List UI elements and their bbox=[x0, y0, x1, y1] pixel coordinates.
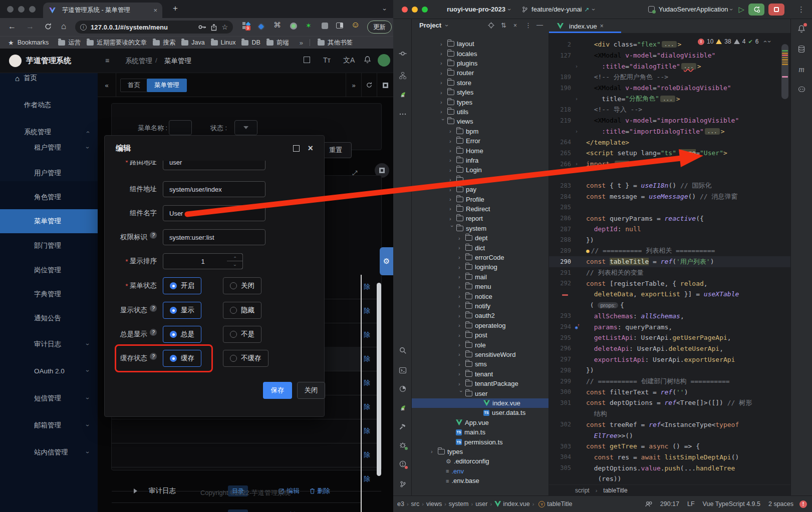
run-button[interactable]: ▷ bbox=[738, 5, 744, 14]
tree-chevron-icon[interactable]: › bbox=[458, 274, 464, 280]
close-dialog-icon[interactable]: × bbox=[308, 144, 313, 153]
tree-item[interactable]: ›store bbox=[412, 78, 549, 88]
bookmarks-label[interactable]: Bookmarks bbox=[18, 39, 49, 46]
theme-settings-tab[interactable]: ⚙ bbox=[380, 247, 393, 275]
window-controls[interactable] bbox=[7, 6, 40, 13]
status-path-segment[interactable]: views bbox=[426, 500, 442, 507]
rerun-button[interactable] bbox=[748, 4, 764, 16]
code-line[interactable]: 189 <!-- 分配用户角色 --> bbox=[549, 72, 790, 83]
radio-option-selected[interactable]: 总是 bbox=[163, 326, 201, 343]
project-selector[interactable]: ruoyi-vue-pro-2023 bbox=[447, 6, 505, 13]
tree-item[interactable]: ≡.env.base bbox=[412, 476, 549, 485]
tabs-grid-icon[interactable] bbox=[377, 73, 393, 97]
tree-chevron-icon[interactable]: › bbox=[440, 60, 446, 66]
menu-name-input[interactable] bbox=[169, 120, 192, 135]
close-tab-icon[interactable]: × bbox=[600, 23, 604, 30]
status-path-segment[interactable]: system bbox=[449, 500, 469, 507]
code-line[interactable]: 292const [registerTable, { reload, bbox=[549, 278, 790, 289]
tree-item[interactable]: ›post bbox=[412, 330, 549, 340]
code-line[interactable]: 291// 列表相关的变量 bbox=[549, 267, 790, 278]
tool-stripe-hammer-icon[interactable] bbox=[398, 422, 407, 431]
tree-chevron-icon[interactable]: › bbox=[449, 196, 455, 202]
dialog-close-button[interactable]: 关闭 bbox=[297, 382, 325, 399]
text-input[interactable]: system:user:list bbox=[163, 229, 265, 245]
fold-chevron-icon[interactable]: › bbox=[571, 129, 586, 134]
code-line[interactable]: 284const message = useMessage() // 消息弹窗 bbox=[549, 191, 790, 202]
tree-chevron-icon[interactable]: › bbox=[449, 128, 455, 134]
tool-stripe-commit-icon[interactable] bbox=[398, 49, 407, 58]
code-line[interactable]: 219 <XModal v-model="importDialogVisible… bbox=[549, 115, 790, 126]
tree-item[interactable]: › bbox=[412, 175, 549, 185]
tree-chevron-icon[interactable]: › bbox=[440, 109, 446, 115]
tree-item[interactable]: ›router bbox=[412, 68, 549, 78]
text-input[interactable]: user bbox=[163, 161, 265, 170]
tabs-collapse-button[interactable]: « bbox=[98, 73, 116, 97]
bookmark-item[interactable]: DB bbox=[241, 39, 260, 46]
bookmark-star-icon[interactable]: ☆ bbox=[221, 23, 228, 31]
tree-item[interactable]: ≡.env bbox=[412, 466, 549, 476]
minimize-window-icon[interactable] bbox=[412, 7, 418, 13]
tree-chevron-icon[interactable]: › bbox=[440, 80, 446, 86]
radio-option[interactable]: 隐藏 bbox=[223, 302, 261, 319]
radio-option-selected[interactable]: 显示 bbox=[163, 302, 201, 319]
tool-stripe-warn-icon[interactable] bbox=[398, 459, 407, 468]
tree-chevron-icon[interactable]: › bbox=[458, 371, 464, 377]
tree-item[interactable]: TSmain.ts bbox=[412, 427, 549, 437]
code-line[interactable]: 300const filterText = ref('') bbox=[549, 386, 790, 397]
tree-chevron-icon[interactable]: › bbox=[449, 148, 455, 154]
tool-stripe-git-icon[interactable] bbox=[398, 479, 407, 488]
close-window-icon[interactable] bbox=[402, 7, 408, 13]
text-input[interactable]: system/user/index bbox=[163, 181, 265, 197]
tab-menu-management[interactable]: 菜单管理 bbox=[147, 79, 187, 92]
tree-chevron-icon[interactable]: › bbox=[440, 41, 446, 47]
tree-item[interactable]: TSuser.data.ts bbox=[412, 408, 549, 417]
sidebar-item-entry[interactable]: 用户管理 bbox=[0, 161, 98, 185]
close-window-icon[interactable] bbox=[7, 6, 14, 13]
tree-item[interactable]: ›Login bbox=[412, 165, 549, 175]
bookmark-item[interactable]: Java bbox=[181, 39, 204, 46]
tree-chevron-icon[interactable]: › bbox=[458, 303, 464, 309]
fold-chevron-icon[interactable]: › bbox=[571, 96, 586, 102]
tree-chevron-icon[interactable]: › bbox=[449, 216, 455, 222]
sidebar-item-entry[interactable]: 通知公告 bbox=[0, 306, 98, 330]
zoom-window-icon[interactable] bbox=[422, 7, 428, 13]
tree-chevron-icon[interactable]: › bbox=[449, 225, 455, 231]
bookmark-item[interactable]: 近期需要读的文章 bbox=[87, 39, 147, 47]
code-line[interactable]: 286const queryParams = reactive({ bbox=[549, 213, 790, 224]
tabs-refresh-icon[interactable] bbox=[362, 73, 377, 97]
tree-item[interactable]: ›report bbox=[412, 214, 549, 223]
code-line[interactable]: 288}) bbox=[549, 235, 790, 246]
bookmark-item[interactable]: 前端 bbox=[266, 39, 289, 47]
tool-stripe-search-icon[interactable] bbox=[398, 346, 407, 355]
tree-item[interactable]: ›pay bbox=[412, 185, 549, 194]
file-type[interactable]: Vue TypeScript 4.9.5 bbox=[703, 500, 760, 507]
gradle-icon[interactable] bbox=[797, 85, 806, 94]
tool-stripe-rocket-icon[interactable]: JR bbox=[398, 90, 407, 99]
stepper-down-icon[interactable]: › bbox=[227, 261, 242, 269]
expand-all-icon[interactable]: ⇅ bbox=[501, 22, 506, 29]
code-line[interactable]: 297 exportListApi: UserApi.exportUserApi bbox=[549, 354, 790, 365]
bookmarks-overflow-chevron-icon[interactable]: » bbox=[300, 39, 303, 47]
hide-panel-icon[interactable]: — bbox=[536, 21, 543, 29]
tree-chevron-icon[interactable]: › bbox=[449, 157, 455, 163]
tree-chevron-icon[interactable]: › bbox=[458, 342, 464, 348]
extension-command-icon[interactable]: ⌘ bbox=[274, 21, 281, 30]
code-line[interactable]: 218 <!-- 导入 --> bbox=[549, 104, 790, 115]
code-line[interactable]: ( props:{ bbox=[549, 300, 790, 311]
home-icon[interactable]: ⌂ bbox=[61, 22, 66, 31]
tree-item[interactable]: ›role bbox=[412, 340, 549, 349]
project-panel-title[interactable]: Project bbox=[419, 22, 441, 29]
close-tab-icon[interactable]: × bbox=[153, 7, 157, 14]
code-line[interactable]: 296 deleteApi: UserApi.deleteUserApi, bbox=[549, 343, 790, 354]
tree-chevron-icon[interactable]: › bbox=[458, 284, 464, 290]
url-text[interactable]: 127.0.0.1/#/system/menu bbox=[91, 24, 168, 31]
fold-chevron-icon[interactable]: › bbox=[571, 64, 586, 69]
extension-recorder-icon[interactable] bbox=[290, 23, 297, 30]
sidebar-item-entry[interactable]: OAuth 2.0› bbox=[0, 359, 98, 383]
code-with-me-icon[interactable] bbox=[645, 500, 653, 507]
other-bookmarks[interactable]: 其他书签 bbox=[318, 39, 353, 47]
sidebar-item-entry[interactable]: 作者动态 bbox=[0, 93, 98, 118]
code-line[interactable]: 289●// ========== 列表相关 ========== bbox=[549, 245, 790, 256]
tree-item[interactable]: ›tenant bbox=[412, 369, 549, 379]
code-line[interactable]: 285 bbox=[549, 202, 790, 213]
